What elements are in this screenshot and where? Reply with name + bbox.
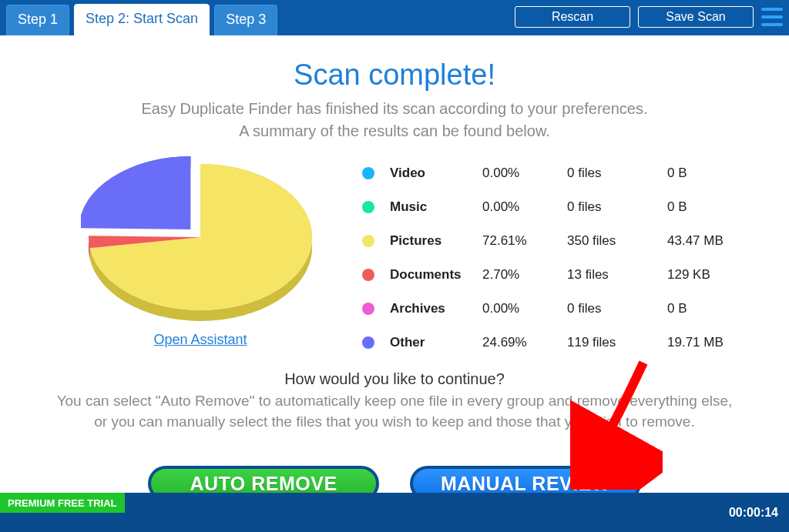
legend-label: Other: [390, 335, 482, 350]
legend-size: 0 B: [667, 166, 687, 181]
legend-row: Documents2.70%13 files129 KB: [362, 258, 743, 292]
legend-dot-icon: [362, 303, 374, 315]
tab-step-2[interactable]: Step 2: Start Scan: [74, 4, 210, 35]
timer-display: 00:00:14: [729, 506, 778, 520]
category-legend: Video0.00%0 files0 BMusic0.00%0 files0 B…: [339, 156, 743, 360]
legend-filecount: 0 files: [567, 301, 667, 316]
legend-label: Music: [390, 199, 482, 215]
legend-percent: 0.00%: [482, 166, 567, 181]
legend-percent: 2.70%: [482, 267, 567, 283]
legend-dot-icon: [362, 269, 374, 281]
legend-filecount: 119 files: [567, 335, 667, 350]
legend-label: Documents: [390, 267, 482, 283]
legend-filecount: 13 files: [567, 267, 667, 283]
legend-size: 0 B: [667, 199, 687, 215]
page-subtitle: Easy Duplicate Finder has finished its s…: [0, 92, 789, 142]
footer-bar: PREMIUM FREE TRIAL 00:00:14: [0, 493, 789, 532]
trial-badge[interactable]: PREMIUM FREE TRIAL: [0, 493, 125, 513]
legend-dot-icon: [362, 336, 374, 349]
legend-label: Video: [390, 166, 482, 181]
legend-row: Video0.00%0 files0 B: [362, 156, 743, 190]
step-tabs: Step 1 Step 2: Start Scan Step 3: [6, 0, 277, 35]
legend-filecount: 0 files: [567, 199, 667, 215]
legend-dot-icon: [362, 235, 374, 247]
pie-chart: [81, 156, 320, 326]
legend-row: Music0.00%0 files0 B: [362, 190, 743, 224]
legend-size: 129 KB: [667, 267, 710, 283]
continue-description: You can select "Auto Remove" to automati…: [0, 388, 789, 432]
tab-step-1[interactable]: Step 1: [6, 5, 69, 35]
legend-label: Pictures: [390, 233, 482, 249]
menu-icon[interactable]: [761, 8, 783, 26]
legend-row: Pictures72.61%350 files43.47 MB: [362, 224, 743, 258]
legend-row: Other24.69%119 files19.71 MB: [362, 326, 743, 360]
legend-size: 19.71 MB: [667, 335, 724, 350]
save-scan-button[interactable]: Save Scan: [638, 6, 754, 28]
rescan-button[interactable]: Rescan: [515, 6, 630, 28]
legend-percent: 0.00%: [482, 301, 567, 316]
legend-label: Archives: [390, 301, 482, 316]
legend-dot-icon: [362, 201, 374, 213]
tab-step-3[interactable]: Step 3: [214, 5, 277, 35]
main-content: Scan complete! Easy Duplicate Finder has…: [0, 35, 789, 493]
legend-percent: 0.00%: [482, 199, 567, 215]
legend-size: 43.47 MB: [667, 233, 724, 249]
legend-row: Archives0.00%0 files0 B: [362, 292, 743, 326]
header-bar: Step 1 Step 2: Start Scan Step 3 Rescan …: [0, 0, 789, 35]
open-assistant-link[interactable]: Open Assistant: [153, 332, 247, 348]
page-title: Scan complete!: [0, 35, 789, 92]
legend-filecount: 350 files: [567, 233, 667, 249]
legend-percent: 72.61%: [482, 233, 567, 249]
legend-size: 0 B: [667, 301, 687, 316]
continue-question: How would you like to continue?: [0, 370, 789, 388]
legend-percent: 24.69%: [482, 335, 567, 350]
legend-dot-icon: [362, 167, 374, 179]
legend-filecount: 0 files: [567, 166, 667, 181]
